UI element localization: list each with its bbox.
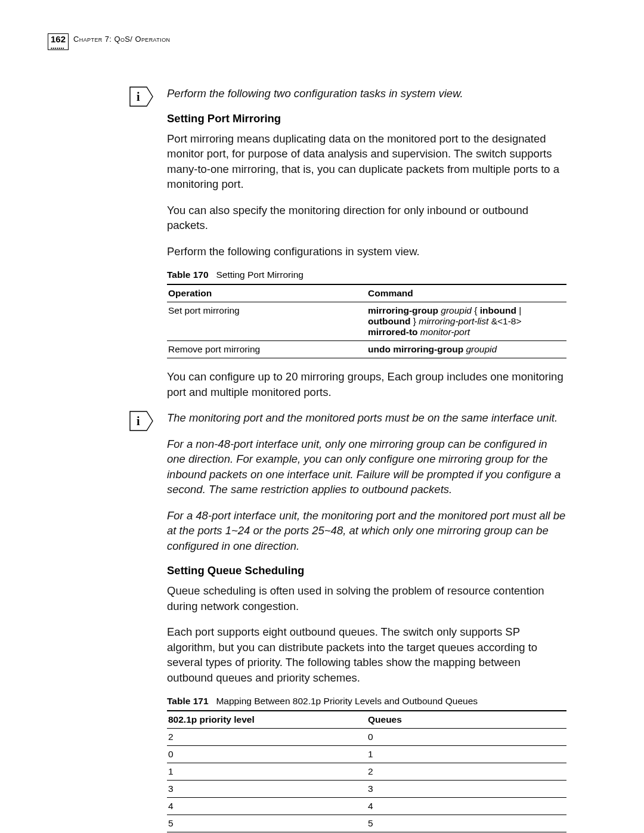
pm-after-table: You can configure up to 20 mirroring gro… (167, 369, 566, 400)
table-170-caption: Table 170 Setting Port Mirroring (167, 270, 566, 280)
t170-head-operation: Operation (167, 284, 367, 302)
t170-head-command: Command (367, 284, 566, 302)
t171-level-cell: 4 (167, 798, 367, 815)
heading-port-mirroring: Setting Port Mirroring (167, 112, 566, 125)
t171-level-cell: 0 (167, 746, 367, 763)
info-block-1: i Perform the following two configuratio… (167, 86, 566, 101)
table-170-label: Table 170 (167, 270, 209, 280)
content-column: i Perform the following two configuratio… (167, 86, 566, 833)
table-row: Set port mirroringmirroring-group groupi… (167, 302, 566, 341)
qs-paragraph-1: Queue scheduling is often used in solvin… (167, 583, 566, 614)
table-row: 01 (167, 746, 566, 763)
t171-level-cell: 5 (167, 815, 367, 832)
table-row: 12 (167, 763, 566, 781)
t170-cmd-cell: undo mirroring-group groupid (367, 341, 566, 358)
intro-note: Perform the following two configuration … (167, 86, 566, 101)
t171-head-level: 802.1p priority level (167, 711, 367, 729)
table-row: Remove port mirroringundo mirroring-grou… (167, 341, 566, 358)
table-171-caption: Table 171 Mapping Between 802.1p Priorit… (167, 696, 566, 707)
table-170-title: Setting Port Mirroring (216, 270, 303, 280)
table-170: Operation Command Set port mirroringmirr… (167, 284, 566, 358)
t171-queue-cell: 3 (367, 781, 566, 798)
t171-level-cell: 2 (167, 729, 367, 746)
pm-paragraph-1: Port mirroring means duplicating data on… (167, 131, 566, 192)
svg-text:i: i (137, 90, 140, 103)
svg-marker-2 (130, 411, 153, 431)
decorative-dots: ••••••• (51, 45, 66, 51)
table-row: 33 (167, 781, 566, 798)
t171-queue-cell: 4 (367, 798, 566, 815)
t171-head-queues: Queues (367, 711, 566, 729)
page: 162 ••••••• Chapter 7: QoS/ Operation i … (0, 0, 644, 833)
svg-text:i: i (137, 414, 140, 428)
t170-op-cell: Remove port mirroring (167, 341, 367, 358)
table-row: 44 (167, 798, 566, 815)
t171-queue-cell: 1 (367, 746, 566, 763)
table-row: 20 (167, 729, 566, 746)
info-icon: i (129, 86, 154, 110)
qs-paragraph-2: Each port supports eight outbound queues… (167, 624, 566, 685)
t170-cmd-cell: mirroring-group groupid { inbound | outb… (367, 302, 566, 341)
t171-queue-cell: 2 (367, 763, 566, 781)
heading-queue-scheduling: Setting Queue Scheduling (167, 564, 566, 577)
t171-queue-cell: 0 (367, 729, 566, 746)
t171-level-cell: 1 (167, 763, 367, 781)
page-number-box: 162 ••••••• (48, 33, 69, 50)
pm-paragraph-3: Perform the following configurations in … (167, 244, 566, 259)
pm-paragraph-2: You can also specify the monitoring dire… (167, 203, 566, 233)
table-171: 802.1p priority level Queues 20011233445… (167, 710, 566, 833)
info-icon: i (129, 410, 154, 434)
table-row: 55 (167, 815, 566, 832)
t170-op-cell: Set port mirroring (167, 302, 367, 341)
page-number: 162 (51, 34, 66, 44)
note-2: For a non-48-port interface unit, only o… (167, 436, 566, 497)
page-header: 162 ••••••• Chapter 7: QoS/ Operation (48, 33, 608, 50)
chapter-breadcrumb: Chapter 7: QoS/ Operation (73, 33, 170, 44)
svg-marker-0 (130, 87, 153, 106)
page-number-wrap: 162 ••••••• (48, 33, 69, 50)
note-3: For a 48-port interface unit, the monito… (167, 508, 566, 554)
t171-queue-cell: 5 (367, 815, 566, 832)
t171-level-cell: 3 (167, 781, 367, 798)
table-171-label: Table 171 (167, 696, 209, 706)
info-block-2: i The monitoring port and the monitored … (167, 410, 566, 426)
table-171-title: Mapping Between 802.1p Priority Levels a… (216, 696, 478, 706)
note-1: The monitoring port and the monitored po… (167, 410, 566, 426)
